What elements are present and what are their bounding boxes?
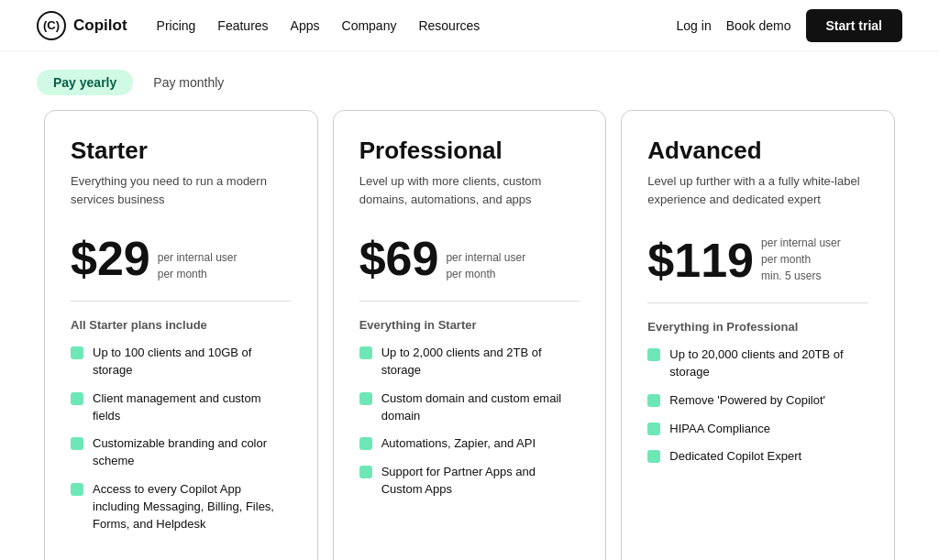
starter-price-row: $29 per internal user per month: [71, 235, 292, 282]
list-item: HIPAA Compliance: [647, 421, 868, 438]
feature-dot-icon: [71, 392, 83, 405]
list-item: Automations, Zapier, and API: [359, 435, 580, 453]
starter-divider: [71, 301, 292, 302]
list-item: Support for Partner Apps and Custom Apps: [359, 464, 580, 499]
feature-dot-icon: [647, 423, 660, 435]
professional-plan-name: Professional: [359, 137, 580, 165]
advanced-feature-list: Up to 20,000 clients and 20TB of storage…: [647, 346, 868, 466]
billing-toggle: Pay yearly Pay monthly: [0, 51, 939, 110]
professional-divider: [359, 301, 580, 302]
list-item: Remove 'Powered by Copilot': [647, 392, 868, 410]
starter-plan-card: Starter Everything you need to run a mod…: [44, 110, 318, 560]
feature-dot-icon: [71, 437, 83, 450]
pricing-grid: Starter Everything you need to run a mod…: [0, 110, 939, 560]
advanced-includes-label: Everything in Professional: [647, 320, 868, 334]
feature-dot-icon: [359, 437, 372, 450]
nav-left: (C) Copilot Pricing Features Apps Compan…: [37, 11, 480, 40]
advanced-plan-name: Advanced: [647, 137, 868, 165]
nav-links: Pricing Features Apps Company Resources: [157, 18, 481, 33]
list-item: Up to 100 clients and 10GB of storage: [71, 345, 292, 379]
nav-right: Log in Book demo Start trial: [677, 9, 902, 42]
list-item: Client management and custom fields: [71, 390, 292, 425]
advanced-price-meta: per internal user per month min. 5 users: [761, 235, 841, 284]
nav-link-company[interactable]: Company: [342, 18, 397, 33]
professional-includes-label: Everything in Starter: [359, 318, 580, 332]
logo-icon: (C): [37, 11, 66, 40]
advanced-plan-card: Advanced Level up further with a a fully…: [621, 110, 895, 560]
list-item: Up to 2,000 clients and 2TB of storage: [359, 345, 580, 379]
professional-price-meta: per internal user per month: [446, 249, 525, 282]
list-item: Access to every Copilot App including Me…: [71, 481, 292, 533]
logo: (C) Copilot: [37, 11, 127, 40]
feature-dot-icon: [359, 346, 372, 359]
professional-feature-list: Up to 2,000 clients and 2TB of storage C…: [359, 345, 580, 499]
starter-price-meta: per internal user per month: [158, 249, 238, 282]
advanced-divider: [647, 302, 868, 303]
starter-price: $29: [71, 235, 150, 282]
professional-plan-card: Professional Level up with more clients,…: [333, 110, 607, 560]
starter-includes-label: All Starter plans include: [71, 318, 292, 332]
nav-link-apps[interactable]: Apps: [291, 18, 320, 33]
list-item: Custom domain and custom email domain: [359, 390, 580, 425]
professional-price: $69: [359, 235, 439, 282]
starter-plan-name: Starter: [71, 137, 292, 165]
start-trial-button[interactable]: Start trial: [806, 9, 902, 42]
navbar: (C) Copilot Pricing Features Apps Compan…: [0, 0, 939, 51]
advanced-price: $119: [647, 236, 754, 284]
professional-plan-desc: Level up with more clients, custom domai…: [359, 172, 580, 216]
feature-dot-icon: [647, 348, 660, 361]
pay-monthly-button[interactable]: Pay monthly: [137, 70, 240, 95]
nav-link-pricing[interactable]: Pricing: [157, 18, 196, 33]
book-demo-button[interactable]: Book demo: [726, 18, 791, 33]
nav-link-features[interactable]: Features: [217, 18, 268, 33]
feature-dot-icon: [647, 394, 660, 407]
pay-yearly-button[interactable]: Pay yearly: [37, 70, 133, 95]
logo-text: Copilot: [73, 16, 127, 35]
list-item: Up to 20,000 clients and 20TB of storage: [647, 346, 868, 381]
starter-plan-desc: Everything you need to run a modern serv…: [71, 172, 292, 216]
feature-dot-icon: [647, 450, 660, 463]
feature-dot-icon: [359, 466, 372, 478]
feature-dot-icon: [71, 483, 83, 496]
advanced-plan-desc: Level up further with a a fully white-la…: [647, 172, 868, 216]
feature-dot-icon: [359, 392, 372, 405]
professional-price-row: $69 per internal user per month: [359, 235, 580, 282]
nav-link-resources[interactable]: Resources: [418, 18, 480, 33]
login-button[interactable]: Log in: [677, 18, 712, 33]
advanced-price-row: $119 per internal user per month min. 5 …: [647, 235, 868, 284]
list-item: Dedicated Copilot Expert: [647, 448, 868, 466]
starter-feature-list: Up to 100 clients and 10GB of storage Cl…: [71, 345, 292, 533]
list-item: Customizable branding and color scheme: [71, 435, 292, 470]
feature-dot-icon: [71, 346, 83, 359]
